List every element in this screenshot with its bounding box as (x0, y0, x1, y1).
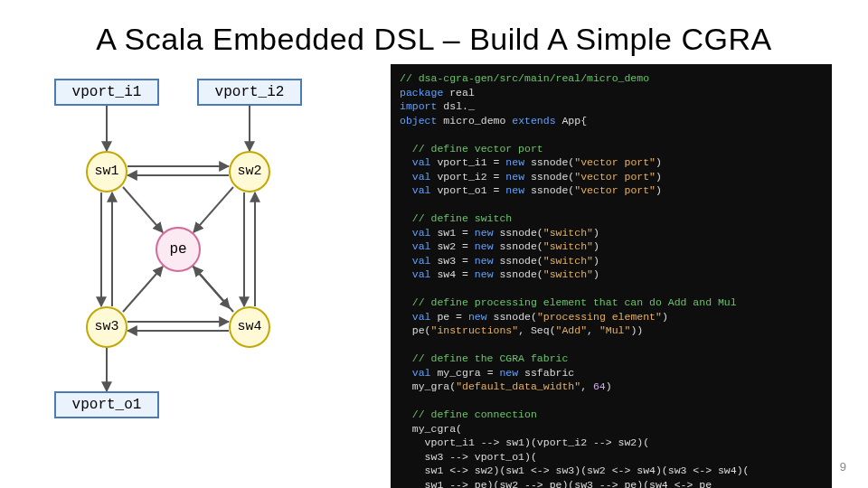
svg-line-14 (190, 263, 230, 308)
node-vport-i1: vport_i1 (54, 79, 159, 106)
code-text: ssnode( (494, 255, 543, 267)
code-kw: new (505, 184, 524, 196)
node-sw1: sw1 (86, 151, 127, 192)
code-kw: new (505, 171, 524, 183)
code-comment: // define connection (400, 408, 537, 420)
node-sw2: sw2 (229, 151, 270, 192)
code-str: "default_data_width" (456, 380, 580, 392)
code-text: my_cgra = (431, 367, 500, 379)
code-text: real (443, 87, 475, 99)
code-text: ) (656, 184, 662, 196)
code-text: ssnode( (524, 184, 574, 196)
code-text: sw3 --> vport_o1)( (400, 451, 537, 463)
code-text: , (587, 324, 599, 336)
code-text: , (580, 380, 593, 392)
code-text: ssfabric (518, 367, 574, 379)
cgra-diagram: vport_i1 vport_i2 sw1 sw2 pe sw3 sw4 vpo… (36, 64, 380, 444)
node-pe: pe (156, 227, 201, 272)
code-kw: val (400, 240, 431, 252)
code-text: ssnode( (524, 171, 574, 183)
code-text: ) (656, 171, 662, 183)
code-text: vport_i1 = (431, 156, 506, 168)
code-kw: new (475, 240, 494, 252)
code-kw: new (505, 156, 524, 168)
code-text: vport_o1 = (431, 184, 506, 196)
code-kw: new (475, 227, 494, 239)
node-vport-o1: vport_o1 (54, 391, 159, 418)
code-text: ) (662, 311, 668, 323)
code-str: "switch" (543, 255, 593, 267)
svg-line-11 (193, 187, 233, 232)
code-text: , Seq( (518, 324, 555, 336)
code-str: "switch" (543, 227, 593, 239)
code-kw: val (400, 171, 431, 183)
code-str: "Add" (556, 324, 588, 336)
svg-line-12 (123, 267, 163, 312)
code-text: ) (593, 255, 599, 267)
code-kw: new (499, 367, 518, 379)
code-text: vport_i2 = (431, 171, 506, 183)
code-text: sw1 = (431, 227, 475, 239)
code-str: "vector port" (574, 184, 656, 196)
code-str: "vector port" (574, 156, 656, 168)
code-str: "Mul" (599, 324, 631, 336)
code-kw: val (400, 156, 431, 168)
code-text: dsl._ (437, 100, 474, 112)
code-text: )) (630, 324, 643, 336)
code-str: "switch" (543, 268, 593, 280)
code-str: "instructions" (431, 324, 519, 336)
code-text: micro_demo (437, 115, 512, 127)
code-kw: val (400, 367, 431, 379)
code-comment: // define processing element that can do… (400, 296, 737, 308)
code-text: ) (593, 268, 599, 280)
code-text: sw1 <-> sw2)(sw1 <-> sw3)(sw2 <-> sw4)(s… (400, 465, 749, 476)
code-text: ssnode( (494, 240, 543, 252)
node-sw3: sw3 (86, 306, 127, 348)
code-text: ) (606, 380, 612, 392)
code-text: pe( (400, 324, 431, 336)
code-text: App{ (556, 115, 588, 127)
code-num: 64 (593, 380, 606, 392)
code-kw: extends (512, 115, 555, 127)
code-comment: // define vector port (400, 143, 543, 155)
code-kw: import (400, 100, 437, 112)
code-str: "processing element" (537, 311, 662, 323)
slide-content: vport_i1 vport_i2 sw1 sw2 pe sw3 sw4 vpo… (0, 64, 868, 488)
code-kw: val (400, 255, 431, 267)
code-text: ssnode( (494, 227, 543, 239)
code-text: ssnode( (487, 311, 537, 323)
node-sw4: sw4 (229, 306, 270, 348)
code-block: // dsa-cgra-gen/src/main/real/micro_demo… (391, 64, 832, 488)
code-str: "switch" (543, 240, 593, 252)
svg-line-13 (193, 267, 233, 312)
code-text: my_cgra( (400, 423, 462, 435)
code-kw: package (400, 87, 443, 99)
code-text: ) (656, 156, 662, 168)
code-text: pe = (431, 311, 468, 323)
code-text: sw1 --> pe)(sw2 --> pe)(sw3 --> pe)(sw4 … (400, 479, 712, 488)
code-comment: // define the CGRA fabric (400, 352, 568, 364)
code-text: ) (593, 240, 599, 252)
code-comment: // define switch (400, 212, 512, 224)
slide-title: A Scala Embedded DSL – Build A Simple CG… (0, 0, 868, 64)
page-number: 9 (840, 460, 846, 474)
code-text: ssnode( (494, 268, 543, 280)
code-text: vport_i1 --> sw1)(vport_i2 --> sw2)( (400, 436, 649, 448)
code-kw: val (400, 311, 431, 323)
node-vport-i2: vport_i2 (197, 79, 302, 106)
code-kw: val (400, 268, 431, 280)
code-str: "vector port" (574, 171, 656, 183)
code-kw: object (400, 115, 437, 127)
code-text: sw4 = (431, 268, 475, 280)
code-text: ssnode( (524, 156, 574, 168)
diagram-edges (36, 64, 380, 444)
svg-line-10 (123, 187, 163, 232)
code-line: // dsa-cgra-gen/src/main/real/micro_demo (400, 72, 649, 84)
code-text: ) (593, 227, 599, 239)
code-kw: new (468, 311, 487, 323)
code-text: sw2 = (431, 240, 475, 252)
code-kw: val (400, 184, 431, 196)
code-text: sw3 = (431, 255, 475, 267)
code-text: my_gra( (400, 380, 456, 392)
code-kw: new (475, 268, 494, 280)
